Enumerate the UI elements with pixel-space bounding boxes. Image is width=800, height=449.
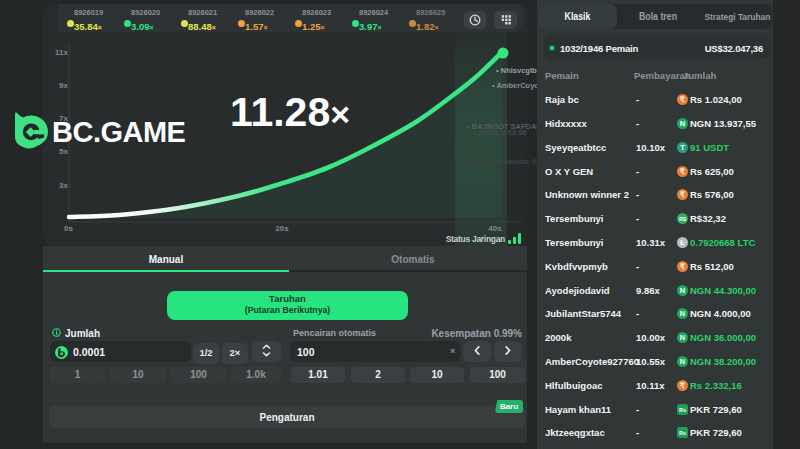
svg-text:Rs: Rs — [679, 430, 686, 436]
svg-text:₹: ₹ — [680, 262, 685, 271]
svg-text:Ł: Ł — [680, 238, 685, 247]
svg-text:T: T — [680, 143, 685, 152]
svg-text:₹: ₹ — [680, 95, 685, 104]
svg-text:N: N — [680, 333, 685, 342]
svg-text:₹: ₹ — [680, 190, 685, 199]
svg-text:₹: ₹ — [680, 167, 685, 176]
svg-text:N: N — [680, 286, 685, 295]
svg-text:N: N — [680, 119, 685, 128]
svg-text:Rs: Rs — [679, 407, 686, 413]
svg-text:₹: ₹ — [680, 381, 685, 390]
svg-text:R$: R$ — [679, 216, 686, 222]
svg-text:N: N — [680, 309, 685, 318]
svg-text:N: N — [680, 357, 685, 366]
